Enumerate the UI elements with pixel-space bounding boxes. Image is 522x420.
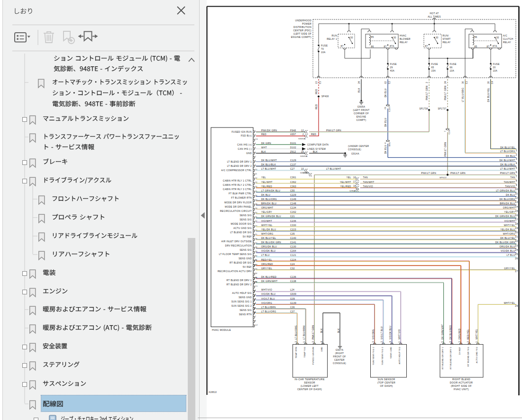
svg-text:87: 87	[340, 45, 343, 47]
svg-text:LINES SYSTEM: LINES SYSTEM	[307, 148, 326, 150]
svg-text:TAN/WHT: TAN/WHT	[504, 181, 515, 183]
svg-text:YEL/WHT: YEL/WHT	[261, 181, 273, 183]
svg-text:1: 1	[476, 341, 478, 343]
svg-text:87: 87	[425, 45, 428, 47]
svg-text:6: 6	[516, 171, 517, 173]
svg-text:YEL/RED: YEL/RED	[261, 185, 272, 188]
svg-text:G39: G39	[290, 298, 295, 300]
svg-text:LT BLU/WHT: LT BLU/WHT	[261, 168, 276, 170]
svg-text:FUSE: FUSE	[450, 63, 457, 65]
svg-text:29: 29	[384, 107, 386, 110]
svg-text:RT BLEND DR SIG: RT BLEND DR SIG	[467, 347, 469, 366]
svg-text:PNK/LT GRN: PNK/LT GRN	[450, 172, 466, 174]
svg-text:SUN SENS SIG 2: SUN SENS SIG 2	[372, 347, 375, 365]
svg-text:11: 11	[255, 173, 257, 175]
svg-text:DK BLU/ORG: DK BLU/ORG	[261, 198, 277, 201]
svg-text:2: 2	[467, 341, 469, 343]
svg-text:BRN/DK BLU: BRN/DK BLU	[500, 202, 515, 205]
svg-text:FUSE: FUSE	[493, 63, 500, 65]
svg-text:RECIRCULATION CIRCUIT: RECIRCULATION CIRCUIT	[220, 210, 252, 212]
svg-text:C3: C3	[319, 81, 321, 84]
svg-text:C3: C3	[466, 81, 468, 84]
svg-text:66: 66	[450, 66, 453, 69]
svg-text:SENS RTN: SENS RTN	[239, 313, 252, 316]
svg-text:1: 1	[303, 341, 305, 343]
svg-text:C141: C141	[290, 241, 296, 244]
svg-text:C37: C37	[290, 310, 295, 313]
svg-text:16: 16	[353, 176, 356, 179]
svg-text:CAN IHS (+): CAN IHS (+)	[237, 144, 252, 146]
svg-text:COMPUTER DATA: COMPUTER DATA	[307, 144, 329, 146]
svg-text:5V REF: 5V REF	[458, 347, 461, 355]
svg-text:SENS GND: SENS GND	[238, 257, 252, 260]
svg-text:C362: C362	[290, 181, 296, 183]
svg-text:D102: D102	[290, 146, 296, 149]
svg-text:SUN SENS SIG 2: SUN SENS SIG 2	[231, 305, 252, 307]
svg-text:12: 12	[515, 196, 518, 199]
svg-text:4: 4	[255, 302, 256, 304]
svg-text:RELAY: RELAY	[503, 41, 512, 44]
svg-text:C224: C224	[290, 259, 296, 261]
svg-text:C134: C134	[290, 207, 296, 209]
svg-text:CABIN HTR RLY 3 CTRL: CABIN HTR RLY 3 CTRL	[223, 188, 252, 191]
svg-text:5V REF: 5V REF	[243, 266, 252, 268]
svg-text:SENSOR: SENSOR	[304, 381, 315, 384]
svg-text:RED: RED	[311, 133, 316, 136]
svg-text:G939: G939	[290, 293, 296, 295]
svg-text:WHT/ORG: WHT/ORG	[261, 233, 274, 235]
svg-text:WHT/YEL: WHT/YEL	[476, 329, 478, 339]
svg-text:87: 87	[384, 46, 386, 48]
svg-text:VIO/DK BLU: VIO/DK BLU	[501, 250, 515, 252]
svg-text:GRY/YEL: GRY/YEL	[261, 267, 272, 270]
svg-text:FUSE: FUSE	[431, 63, 438, 65]
svg-text:LT BLU/ORG: LT BLU/ORG	[500, 150, 515, 153]
svg-text:87A: 87A	[493, 45, 497, 47]
svg-text:87: 87	[486, 46, 489, 48]
svg-text:RT BLEND DR DRV 1: RT BLEND DR DRV 1	[227, 279, 252, 282]
svg-text:WHT/VIO: WHT/VIO	[261, 289, 272, 291]
svg-text:30: 30	[436, 37, 439, 39]
svg-text:1: 1	[255, 130, 256, 132]
svg-text:L24: L24	[290, 289, 294, 291]
svg-text:POWER: POWER	[302, 23, 311, 25]
svg-text:DK BLU/WHT: DK BLU/WHT	[499, 159, 515, 162]
svg-text:BLK: BLK	[321, 328, 323, 333]
svg-text:BLK: BLK	[338, 328, 340, 333]
svg-text:2: 2	[302, 133, 304, 136]
svg-text:A/C: A/C	[503, 35, 507, 37]
svg-text:FUSE: FUSE	[321, 45, 328, 47]
svg-text:VIO/WHT: VIO/WHT	[504, 220, 515, 222]
svg-text:DK BLU/YEL: DK BLU/YEL	[487, 88, 490, 102]
svg-text:LT BLU: LT BLU	[507, 254, 515, 256]
svg-text:IN-CAR TEMPERATURE: IN-CAR TEMPERATURE	[294, 378, 325, 381]
svg-text:ALL TIMES: ALL TIMES	[428, 16, 440, 18]
svg-text:3: 3	[372, 341, 375, 343]
svg-text:FUSE: FUSE	[390, 63, 397, 65]
svg-text:C20: C20	[448, 130, 450, 134]
svg-text:RUN: RUN	[332, 35, 338, 37]
svg-text:GRY/YEL: GRY/YEL	[504, 267, 515, 270]
svg-text:G905A: G905A	[357, 106, 366, 108]
svg-text:C24: C24	[290, 263, 295, 265]
svg-text:DOOR ACTUATOR: DOOR ACTUATOR	[450, 381, 473, 384]
svg-text:8: 8	[255, 320, 256, 322]
svg-text:7: 7	[255, 315, 256, 318]
svg-text:8: 8	[516, 179, 517, 182]
svg-text:TEMP RTN: TEMP RTN	[295, 347, 297, 358]
svg-text:FUSED IGN RUN: FUSED IGN RUN	[232, 131, 252, 133]
svg-text:C36: C36	[290, 306, 295, 309]
svg-text:24: 24	[515, 248, 518, 251]
svg-text:18: 18	[515, 222, 518, 225]
svg-text:CAN IHS (-): CAN IHS (-)	[238, 148, 252, 150]
svg-text:MODE DR DRV FLOOR: MODE DR DRV FLOOR	[224, 201, 252, 204]
svg-text:YEL/GRY: YEL/GRY	[504, 211, 515, 213]
svg-text:C35: C35	[290, 233, 295, 235]
svg-text:DK BLU: DK BLU	[385, 118, 387, 127]
svg-text:VIO/LT BLU: VIO/LT BLU	[381, 327, 383, 339]
svg-text:FT BLOWER RTN: FT BLOWER RTN	[231, 197, 252, 199]
svg-text:PNK/LT GRN: PNK/LT GRN	[312, 325, 314, 339]
svg-text:YEL/GRY: YEL/GRY	[261, 211, 273, 213]
svg-text:SENS SIG: SENS SIG	[240, 249, 252, 251]
svg-text:YEL/DK BLU: YEL/DK BLU	[500, 228, 515, 231]
svg-text:C363: C363	[290, 185, 296, 188]
